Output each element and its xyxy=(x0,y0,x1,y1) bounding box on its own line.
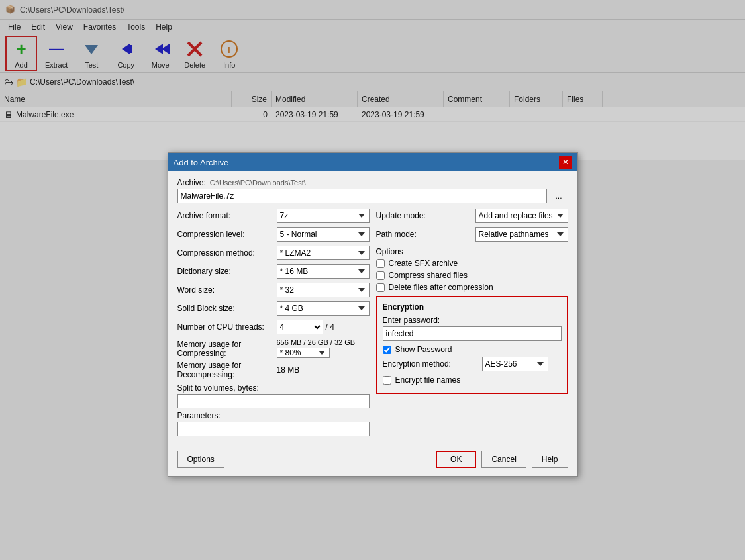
archive-label: Archive: xyxy=(177,178,206,187)
cpu-threads-row: Number of CPU threads: 4 / 4 xyxy=(177,320,370,334)
path-mode-label: Path mode: xyxy=(376,230,475,239)
dialog-content: Archive: C:\Users\PC\Downloads\Test\ ...… xyxy=(168,171,577,445)
left-column: Archive format: 7z Compression level: 5 … xyxy=(177,209,370,439)
compress-shared-label: Compress shared files xyxy=(389,271,468,280)
word-size-select[interactable]: * 32 xyxy=(277,283,370,297)
browse-button[interactable]: ... xyxy=(550,189,568,203)
compression-method-row: Compression method: * LZMA2 xyxy=(177,246,370,260)
show-password-label: Show Password xyxy=(395,345,452,354)
options-label: Options xyxy=(376,247,568,256)
archive-path-display: C:\Users\PC\Downloads\Test\ xyxy=(210,179,306,187)
solid-block-label: Solid Block size: xyxy=(177,304,277,313)
cpu-threads-label: Number of CPU threads: xyxy=(177,322,277,332)
update-mode-label: Update mode: xyxy=(376,211,475,220)
options-button[interactable]: Options xyxy=(177,451,224,468)
update-mode-select[interactable]: Add and replace files xyxy=(475,209,568,223)
compression-level-row: Compression level: 5 - Normal xyxy=(177,227,370,242)
compression-level-select[interactable]: 5 - Normal xyxy=(277,227,370,242)
solid-block-row: Solid Block size: * 4 GB xyxy=(177,301,370,316)
dialog-titlebar: Add to Archive ✕ xyxy=(168,153,577,171)
encrypt-filenames-row: Encrypt file names xyxy=(383,375,562,385)
dialog-footer-inner: Options OK Cancel Help xyxy=(177,451,568,468)
ok-button[interactable]: OK xyxy=(436,451,476,468)
compression-method-select[interactable]: * LZMA2 xyxy=(277,246,370,260)
encrypt-filenames-label: Encrypt file names xyxy=(395,375,461,385)
word-size-row: Word size: * 32 xyxy=(177,283,370,297)
show-password-row: Show Password xyxy=(383,345,562,354)
encryption-method-select[interactable]: AES-256 xyxy=(482,357,548,371)
archive-filename-input[interactable] xyxy=(177,189,547,203)
help-button[interactable]: Help xyxy=(532,451,568,468)
delete-after-row: Delete files after compression xyxy=(376,283,568,292)
create-sfx-label: Create SFX archive xyxy=(389,259,458,268)
parameters-input[interactable] xyxy=(177,422,370,436)
memory-compress-value: 656 MB / 26 GB / 32 GB xyxy=(277,338,356,346)
path-mode-select[interactable]: Relative pathnames xyxy=(475,227,568,242)
compress-shared-row: Compress shared files xyxy=(376,271,568,280)
memory-decompress-label: Memory usage for Decompressing: xyxy=(177,361,277,379)
cpu-threads-control: 4 / 4 xyxy=(277,320,334,334)
dictionary-size-label: Dictionary size: xyxy=(177,267,277,276)
encryption-section: Encryption Enter password: Show Password… xyxy=(376,296,568,394)
encryption-method-row: Encryption method: AES-256 xyxy=(383,357,562,371)
path-mode-row: Path mode: Relative pathnames xyxy=(376,227,568,242)
cpu-threads-total: / 4 xyxy=(326,322,334,332)
create-sfx-row: Create SFX archive xyxy=(376,259,568,268)
dictionary-size-select[interactable]: * 16 MB xyxy=(277,264,370,279)
encrypt-filenames-checkbox[interactable] xyxy=(383,376,391,385)
memory-compress-select[interactable]: * 80% xyxy=(277,348,330,358)
dialog-close-button[interactable]: ✕ xyxy=(559,156,572,169)
two-column-layout: Archive format: 7z Compression level: 5 … xyxy=(177,209,568,439)
cancel-button[interactable]: Cancel xyxy=(481,451,526,468)
dialog-title: Add to Archive xyxy=(174,158,229,167)
enter-password-label: Enter password: xyxy=(383,316,562,325)
encryption-method-label: Encryption method: xyxy=(383,359,482,369)
archive-format-row: Archive format: 7z xyxy=(177,209,370,223)
update-mode-row: Update mode: Add and replace files xyxy=(376,209,568,223)
delete-after-checkbox[interactable] xyxy=(376,283,385,292)
dictionary-size-row: Dictionary size: * 16 MB xyxy=(177,264,370,279)
archive-path-section: Archive: C:\Users\PC\Downloads\Test\ ... xyxy=(177,178,568,203)
encryption-title: Encryption xyxy=(383,303,562,312)
options-section: Options Create SFX archive Compress shar… xyxy=(376,247,568,292)
compress-shared-checkbox[interactable] xyxy=(376,271,385,280)
add-to-archive-dialog: Add to Archive ✕ Archive: C:\Users\PC\Do… xyxy=(168,152,578,477)
word-size-label: Word size: xyxy=(177,285,277,295)
archive-format-select[interactable]: 7z xyxy=(277,209,370,223)
parameters-label: Parameters: xyxy=(177,411,370,420)
solid-block-select[interactable]: * 4 GB xyxy=(277,301,370,316)
split-input[interactable] xyxy=(177,394,370,408)
enter-password-row: Enter password: xyxy=(383,316,562,341)
memory-compress-row: Memory usage for Compressing: 656 MB / 2… xyxy=(177,338,370,358)
compression-method-label: Compression method: xyxy=(177,248,277,257)
archive-format-label: Archive format: xyxy=(177,211,277,220)
dialog-overlay: Add to Archive ✕ Archive: C:\Users\PC\Do… xyxy=(0,0,745,560)
cpu-threads-select[interactable]: 4 xyxy=(277,320,323,334)
delete-after-label: Delete files after compression xyxy=(389,283,493,292)
compression-level-label: Compression level: xyxy=(177,230,277,239)
show-password-checkbox[interactable] xyxy=(383,346,391,354)
right-column: Update mode: Add and replace files Path … xyxy=(376,209,568,439)
dialog-footer: Options OK Cancel Help xyxy=(168,445,577,476)
memory-compress-label: Memory usage for Compressing: xyxy=(177,338,277,358)
memory-compress-controls: 656 MB / 26 GB / 32 GB * 80% xyxy=(277,338,356,358)
password-input[interactable] xyxy=(383,326,562,341)
create-sfx-checkbox[interactable] xyxy=(376,259,385,268)
split-volumes-row: Split to volumes, bytes: xyxy=(177,383,370,408)
memory-decompress-value: 18 MB xyxy=(277,365,300,375)
parameters-row: Parameters: xyxy=(177,411,370,436)
split-label: Split to volumes, bytes: xyxy=(177,383,370,393)
memory-decompress-row: Memory usage for Decompressing: 18 MB xyxy=(177,361,370,379)
